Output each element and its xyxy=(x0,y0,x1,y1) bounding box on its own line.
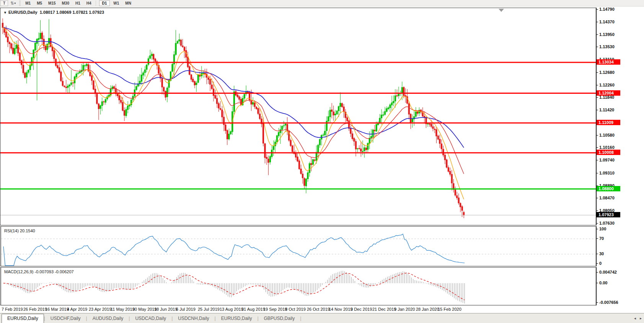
price-axis[interactable]: 1.147901.143701.139501.135301.131101.126… xyxy=(596,8,644,225)
date-tick-label: 11 May 2019 xyxy=(111,307,135,312)
chevron-down-icon[interactable]: ▾ xyxy=(14,2,16,5)
timeframe-button-d1[interactable]: D1 xyxy=(99,0,110,6)
candle xyxy=(5,32,7,37)
macd-axis[interactable]: 0.0047420.00-0.007656 xyxy=(596,267,644,305)
candle xyxy=(316,152,317,160)
chart-tab-eurusd-daily[interactable]: EURUSD,Daily xyxy=(216,314,258,323)
timeframe-button-w1[interactable]: W1 xyxy=(111,1,122,6)
timeframe-button-m1[interactable]: M1 xyxy=(23,1,33,6)
timeframe-button-m5[interactable]: M5 xyxy=(34,1,45,6)
chart-tab-gbpusd-daily[interactable]: GBPUSD,Daily xyxy=(259,314,300,323)
candle xyxy=(28,70,29,72)
ma-fast-line xyxy=(3,28,464,199)
candle xyxy=(98,104,99,109)
text-tool-button[interactable]: T xyxy=(0,0,8,6)
arrows-tool-button[interactable]: ⇅ ▾ xyxy=(9,0,17,6)
candle xyxy=(427,124,428,124)
chart-shift-marker-icon[interactable] xyxy=(499,9,504,12)
candle xyxy=(165,91,166,98)
date-tick-label: 18 Jun 2019 xyxy=(154,307,178,312)
timeframe-button-mn[interactable]: MN xyxy=(122,1,134,6)
candle xyxy=(119,96,120,100)
candle xyxy=(282,126,283,130)
candle xyxy=(309,163,310,173)
candle xyxy=(2,23,3,28)
candle xyxy=(451,174,452,183)
candle xyxy=(161,78,163,87)
date-tick-label: 21 Dec 2019 xyxy=(372,307,396,312)
date-axis[interactable]: 7 Feb 201926 Feb 201916 Mar 20194 Apr 20… xyxy=(0,305,644,313)
candle xyxy=(144,70,145,73)
chart-tab-audusd-daily[interactable]: AUDUSD,Daily xyxy=(87,314,129,323)
candle xyxy=(383,115,384,115)
candle xyxy=(436,130,437,136)
collapse-triangle-icon[interactable]: ▼ xyxy=(3,11,7,15)
candle xyxy=(335,114,336,115)
tab-scroll-right-icon[interactable]: ▸ xyxy=(640,316,642,320)
candle xyxy=(155,59,156,61)
candle xyxy=(388,108,389,109)
rsi-chart[interactable] xyxy=(1,227,595,266)
candle xyxy=(276,136,277,142)
candle xyxy=(280,130,281,133)
candle xyxy=(220,108,221,109)
candle xyxy=(215,95,216,98)
macd-signal-line xyxy=(3,273,465,300)
chart-tab-usdcad-daily[interactable]: USDCAD,Daily xyxy=(130,314,171,323)
candle xyxy=(50,38,51,46)
candle xyxy=(93,81,94,89)
candle xyxy=(184,47,185,51)
candle xyxy=(225,125,226,131)
rsi-tick-label: 30 xyxy=(599,251,604,256)
candle xyxy=(143,73,144,75)
candle xyxy=(429,124,430,124)
rsi-indicator-pane[interactable]: RSI(14) 20.1540 xyxy=(0,226,596,266)
macd-indicator-pane[interactable]: MACD(12,26,9) -0.007093 -0.006207 xyxy=(0,267,596,305)
candle xyxy=(9,42,10,44)
tab-scroll-left-icon[interactable]: ◂ xyxy=(634,316,636,320)
candle xyxy=(396,96,398,96)
chart-tab-usdchf-daily[interactable]: USDCHF,Daily xyxy=(45,314,86,323)
candle xyxy=(290,140,291,145)
candle xyxy=(213,89,214,96)
price-level-flag: 1.13034 xyxy=(597,59,620,65)
candle xyxy=(355,141,356,149)
timeframe-button-m15[interactable]: M15 xyxy=(46,1,58,6)
candle xyxy=(378,123,379,125)
timeframe-button-h4[interactable]: H4 xyxy=(84,1,94,6)
candle xyxy=(197,75,199,83)
date-tick-label: 23 Apr 2019 xyxy=(89,307,111,312)
chart-tab-bar: EURUSD,Daily|USDCHF,Daily|AUDUSD,Daily|U… xyxy=(0,313,644,323)
timeframe-button-h1[interactable]: H1 xyxy=(73,1,83,6)
macd-chart[interactable] xyxy=(1,268,595,305)
candle xyxy=(393,101,394,103)
price-tick-label: 1.10160 xyxy=(599,145,615,150)
candle xyxy=(211,85,212,89)
candle xyxy=(434,129,435,130)
price-tick-label: 1.09740 xyxy=(599,158,615,162)
rsi-label: RSI(14) 20.1540 xyxy=(4,228,35,233)
candle xyxy=(146,65,147,70)
candle xyxy=(458,198,459,203)
candle xyxy=(430,124,432,126)
candle xyxy=(12,48,13,54)
tab-scrollers: ◂ ▸ xyxy=(634,316,642,320)
candle xyxy=(175,43,176,55)
candle xyxy=(408,104,409,114)
candle xyxy=(228,134,230,139)
chart-tab-usdcnh-daily[interactable]: USDCNH,Daily xyxy=(173,314,214,323)
candle xyxy=(443,149,444,155)
candle xyxy=(354,139,355,142)
timeframe-button-m30[interactable]: M30 xyxy=(59,1,72,6)
candle xyxy=(14,48,15,54)
candle xyxy=(76,74,77,77)
main-chart-pane[interactable]: ▼EURUSD,Daily 1.08017 1.08069 1.07821 1.… xyxy=(0,8,596,225)
candle xyxy=(192,79,194,82)
rsi-axis[interactable]: 10070300 xyxy=(596,226,644,266)
candlestick-chart[interactable] xyxy=(0,8,596,225)
candle xyxy=(268,159,269,163)
chart-tab-eurusd-daily[interactable]: EURUSD,Daily xyxy=(2,314,44,323)
macd-tick-label: -0.007656 xyxy=(599,300,618,305)
candle xyxy=(285,124,286,125)
candle xyxy=(338,106,339,111)
